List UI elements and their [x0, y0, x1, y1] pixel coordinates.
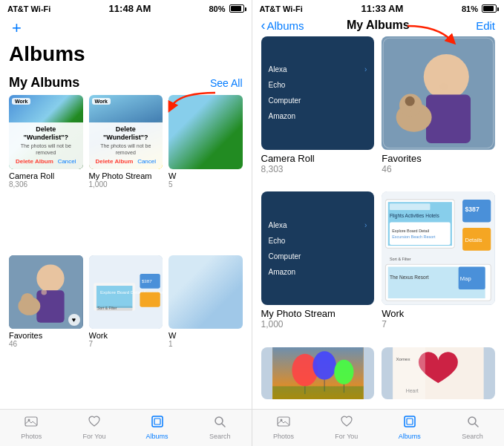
right-tab-for-you-label: For You: [335, 433, 358, 440]
right-album-balloons[interactable]: [261, 347, 375, 410]
left-tab-for-you[interactable]: For You: [63, 414, 126, 440]
left-tab-albums-label: Albums: [146, 433, 168, 440]
left-carrier: AT&T Wi-Fi: [7, 4, 50, 13]
back-label: Albums: [267, 19, 304, 32]
left-album-count-camera-roll: 8,306: [9, 180, 83, 188]
left-time: 11:48 AM: [109, 3, 151, 14]
right-carrier: AT&T Wi-Fi: [260, 4, 303, 13]
left-battery-fill: [231, 6, 241, 11]
right-album-work[interactable]: Flights Activities Hotels Explore Board …: [382, 191, 495, 339]
right-thumb-heart-card: Heart Xomex: [382, 347, 495, 399]
cancel-button-2[interactable]: Cancel: [137, 158, 156, 165]
delete-dialog-1: Delete "Wunderlist"? The photos will not…: [9, 122, 83, 169]
svg-point-26: [405, 96, 415, 106]
search-icon-left: [212, 414, 227, 431]
section-title: My Albums: [9, 75, 79, 91]
right-tab-bar: Photos For You Albums Search: [252, 409, 505, 446]
left-album-count-w2: 1: [168, 340, 243, 348]
edit-button[interactable]: Edit: [476, 19, 495, 32]
left-nav-bar: +: [0, 16, 252, 42]
right-tab-for-you[interactable]: For You: [315, 414, 378, 440]
work-right-illustration: Flights Activities Hotels Explore Board …: [382, 191, 495, 305]
right-album-name-photo-stream: My Photo Stream: [261, 308, 375, 319]
right-thumb-work: Flights Activities Hotels Explore Board …: [382, 191, 495, 305]
right-nav-bar: ‹ Albums My Albums Edit: [252, 16, 505, 36]
right-tab-albums[interactable]: Albums: [378, 414, 441, 440]
svg-text:Xomex: Xomex: [396, 355, 410, 361]
right-album-heart-card[interactable]: Heart Xomex: [382, 347, 495, 410]
delete-button-1[interactable]: Delete Album: [16, 158, 53, 165]
right-album-favorites[interactable]: Favorites 46: [382, 36, 495, 184]
work-tag-2: Work: [92, 98, 111, 105]
svg-rect-2: [36, 290, 64, 323]
right-thumb-favorites: [382, 36, 495, 150]
left-tab-photos[interactable]: Photos: [0, 414, 63, 440]
svg-rect-59: [393, 347, 425, 399]
left-battery-area: 80%: [209, 4, 243, 13]
right-battery-fill: [483, 6, 494, 11]
add-album-button[interactable]: +: [9, 19, 24, 38]
left-tab-albums[interactable]: Albums: [125, 414, 189, 440]
list-row-3: Computer: [269, 96, 367, 105]
right-album-photo-stream[interactable]: Alexa › Echo Computer Amazon My Photo St…: [261, 191, 375, 339]
right-album-name-camera-roll: Camera Roll: [261, 153, 375, 164]
photos-icon-right: [276, 414, 291, 431]
see-all-button[interactable]: See All: [210, 77, 243, 89]
svg-rect-61: [278, 417, 289, 426]
left-thumb-work: Explore Board Detail Excursion Resort $3…: [89, 255, 163, 329]
svg-rect-35: [390, 223, 451, 246]
svg-point-4: [21, 292, 33, 305]
list-row-r1: Alexa ›: [269, 221, 367, 229]
right-tab-search[interactable]: Search: [441, 414, 504, 440]
right-panel: AT&T Wi-Fi 11:33 AM 81% ‹ Albums My Albu…: [252, 0, 505, 446]
right-album-count-photo-stream: 1,000: [261, 319, 375, 329]
left-album-w2[interactable]: W 1: [168, 255, 243, 410]
right-battery-percent: 81%: [462, 4, 478, 13]
svg-text:Details: Details: [465, 237, 482, 243]
delete-dialog-2: Delete "Wunderlist"? The photos will not…: [89, 122, 163, 169]
back-to-albums-button[interactable]: ‹ Albums: [261, 19, 304, 32]
left-album-work[interactable]: Explore Board Detail Excursion Resort $3…: [89, 255, 163, 410]
left-album-name-favorites: Favorites: [9, 331, 83, 340]
delete-button-2[interactable]: Delete Album: [95, 158, 133, 165]
search-icon-right: [465, 414, 480, 431]
svg-text:Map: Map: [460, 275, 471, 282]
right-album-name-favorites: Favorites: [382, 153, 495, 164]
left-thumb-camera-roll: Work Delete "Wunderlist"? The photos wil…: [9, 95, 83, 169]
left-album-count-photo-stream: 1,000: [89, 180, 163, 188]
right-battery-area: 81%: [462, 4, 497, 13]
left-album-wallpapers-partial[interactable]: W 5: [168, 95, 243, 249]
svg-rect-23: [426, 95, 471, 143]
left-tab-search[interactable]: Search: [189, 414, 252, 440]
left-album-camera-roll[interactable]: Work Delete "Wunderlist"? The photos wil…: [9, 95, 83, 249]
svg-rect-64: [407, 419, 413, 424]
left-album-name-w1: W: [168, 171, 243, 180]
left-battery-icon: [229, 4, 244, 13]
cancel-button-1[interactable]: Cancel: [58, 158, 76, 165]
right-battery-icon: [482, 4, 497, 13]
left-album-favorites[interactable]: ♥ Favorites 46: [9, 255, 83, 410]
svg-text:Explore Board Detail: Explore Board Detail: [392, 229, 429, 233]
svg-rect-15: [25, 417, 37, 426]
right-thumb-camera-roll: Alexa › Echo Computer Amazon: [261, 36, 375, 150]
right-album-count-work: 7: [382, 319, 495, 329]
albums-icon-left: [150, 414, 165, 431]
right-album-count-camera-roll: 8,303: [261, 164, 375, 174]
svg-point-28: [440, 82, 448, 91]
svg-rect-56: [272, 386, 364, 399]
list-row-r3: Computer: [269, 252, 367, 260]
left-album-name-camera-roll: Camera Roll: [9, 171, 83, 180]
svg-point-22: [424, 54, 469, 99]
albums-icon-right: [402, 414, 417, 431]
right-album-camera-roll[interactable]: Alexa › Echo Computer Amazon Camera Roll…: [261, 36, 375, 184]
left-tab-for-you-label: For You: [82, 433, 105, 440]
svg-rect-33: [390, 204, 431, 211]
left-thumb-favorites: ♥: [9, 255, 83, 329]
right-album-grid: Alexa › Echo Computer Amazon Camera Roll…: [252, 36, 505, 409]
back-chevron-icon: ‹: [261, 19, 266, 32]
left-album-photo-stream[interactable]: Work Delete "Wunderlist"? The photos wil…: [89, 95, 163, 249]
photos-icon: [24, 414, 39, 431]
right-time: 11:33 AM: [361, 3, 404, 14]
right-tab-photos[interactable]: Photos: [252, 414, 315, 440]
heart-card-illustration: Heart Xomex: [382, 347, 495, 399]
